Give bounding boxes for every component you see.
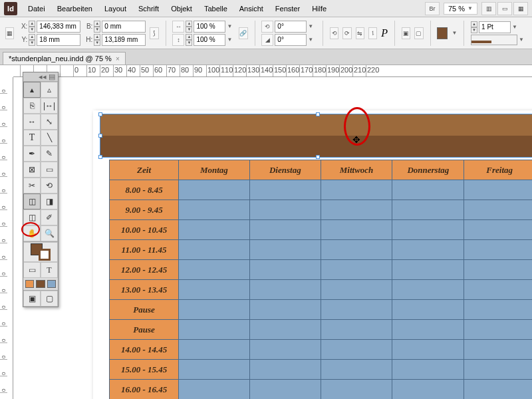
gradient-feather-tool[interactable]: ◨ bbox=[41, 194, 58, 209]
scissors-tool[interactable]: ✂ bbox=[23, 178, 41, 194]
rotate-cw-icon[interactable]: ⟳ bbox=[342, 27, 351, 39]
zoom-tool[interactable]: 🔍 bbox=[41, 225, 58, 241]
time-row: 12.00 - 12.45 bbox=[110, 260, 179, 280]
swatch-3[interactable] bbox=[47, 280, 56, 288]
menu-objekt[interactable]: Objekt bbox=[166, 2, 198, 15]
app-logo: Id bbox=[4, 2, 17, 15]
apply-color-tool[interactable]: ▭ bbox=[23, 262, 41, 278]
eyedropper-tool[interactable]: ✐ bbox=[41, 209, 58, 225]
apply-to-text-tool[interactable]: T bbox=[41, 262, 58, 278]
handle-w[interactable] bbox=[98, 134, 102, 138]
close-tab-icon[interactable]: × bbox=[116, 55, 120, 63]
palette-header[interactable]: ◂◂▤ bbox=[23, 72, 58, 82]
arrange-icon[interactable]: ▦ bbox=[513, 2, 528, 15]
gradient-swatch-tool[interactable]: ◫ bbox=[23, 194, 41, 209]
menu-layout[interactable]: Layout bbox=[99, 2, 132, 15]
x-input[interactable]: 146,383 mm bbox=[37, 21, 80, 33]
view-mode-preview[interactable]: ▢ bbox=[41, 291, 58, 307]
h-label: H: bbox=[83, 36, 92, 43]
fill-stroke-swatch[interactable] bbox=[23, 242, 58, 262]
th-freitag: Freitag bbox=[464, 160, 532, 180]
free-transform-tool[interactable]: ⟲ bbox=[41, 178, 58, 194]
paragraph-mode-icon[interactable]: P bbox=[381, 27, 388, 39]
shear-input[interactable]: 0° bbox=[275, 34, 307, 46]
select-content-icon[interactable]: ▢ bbox=[414, 27, 423, 39]
zoom-level[interactable]: 75 %▼ bbox=[444, 3, 477, 15]
document-tabs: *stundenplan_neu.indd @ 75 % × bbox=[0, 49, 532, 65]
menu-ansicht[interactable]: Ansicht bbox=[234, 2, 269, 15]
link-scale-icon[interactable]: 🔗 bbox=[239, 27, 247, 39]
select-container-icon[interactable]: ▣ bbox=[402, 27, 410, 39]
horizontal-ruler: 0 1020 3040 5060 7080 90100 110120 13014… bbox=[13, 65, 532, 77]
pause-row: Pause bbox=[110, 320, 179, 340]
scale-y-input[interactable]: 100 % bbox=[194, 34, 225, 46]
pause-row: Pause bbox=[110, 300, 179, 320]
constrain-icon[interactable]: ⟆ bbox=[150, 27, 158, 39]
view-mode-icon[interactable]: ▥ bbox=[481, 2, 496, 15]
document-tab-label: *stundenplan_neu.indd @ 75 % bbox=[9, 55, 112, 63]
selection-box bbox=[100, 114, 532, 158]
y-input[interactable]: 18 mm bbox=[37, 34, 80, 46]
b-label: B: bbox=[83, 23, 92, 30]
th-dienstag: Dienstag bbox=[249, 160, 321, 180]
rect-frame-tool[interactable]: ⊠ bbox=[23, 162, 41, 178]
line-tool[interactable]: ╲ bbox=[41, 130, 58, 146]
pen-tool[interactable]: ✒ bbox=[23, 146, 41, 162]
w-input[interactable]: 0 mm bbox=[102, 21, 146, 33]
screen-mode-icon[interactable]: ▭ bbox=[497, 2, 512, 15]
time-row: 15.00 - 15.45 bbox=[110, 360, 179, 380]
page-tool[interactable]: ⎘ bbox=[23, 98, 41, 114]
y-label: Y: bbox=[18, 36, 27, 43]
time-row: 13.00 - 13.45 bbox=[110, 280, 179, 300]
time-row: 14.00 - 14.45 bbox=[110, 340, 179, 360]
content-collector-tool[interactable]: ↔ bbox=[23, 114, 41, 130]
th-mittwoch: Mittwoch bbox=[321, 160, 392, 180]
ref-point-icon[interactable]: ▦ bbox=[5, 27, 14, 39]
flip-h-icon[interactable]: ⇋ bbox=[356, 27, 364, 39]
h-input[interactable]: 13,189 mm bbox=[102, 34, 146, 46]
note-tool[interactable]: ◫ bbox=[23, 209, 41, 225]
handle-s[interactable] bbox=[316, 155, 320, 159]
menu-bar: Id Datei Bearbeiten Layout Schrift Objek… bbox=[0, 0, 532, 17]
stroke-weight-input[interactable]: 1 Pt bbox=[479, 21, 511, 33]
type-tool[interactable]: T bbox=[23, 130, 41, 146]
selection-tool[interactable]: ▴ bbox=[23, 82, 41, 98]
bridge-icon[interactable]: Br bbox=[425, 2, 440, 15]
flip-v-icon[interactable]: ⥍ bbox=[368, 27, 377, 39]
th-montag: Montag bbox=[179, 160, 250, 180]
hand-tool[interactable]: ✋ bbox=[23, 225, 41, 241]
direct-select-tool[interactable]: ▵ bbox=[41, 82, 58, 98]
rectangle-tool[interactable]: ▭ bbox=[41, 162, 58, 178]
swatch-2[interactable] bbox=[36, 280, 45, 288]
rotate-ccw-icon[interactable]: ⟲ bbox=[330, 27, 338, 39]
menu-bearbeiten[interactable]: Bearbeiten bbox=[52, 2, 98, 15]
time-row: 8.00 - 8.45 bbox=[110, 180, 179, 200]
menu-fenster[interactable]: Fenster bbox=[270, 2, 305, 15]
tools-palette[interactable]: ◂◂▤ ▴ ▵ ⎘ |↔| ↔ ⤡ T ╲ ✒ ✎ ⊠ ▭ ✂ ⟲ ◫ ◨ ◫ … bbox=[23, 72, 59, 307]
workspace[interactable]: ✥ Zeit Montag Dienstag Mittwoch Donnerst… bbox=[13, 77, 532, 399]
scale-x-icon: ↔ bbox=[172, 21, 184, 33]
timetable[interactable]: Zeit Montag Dienstag Mittwoch Donnerstag… bbox=[109, 160, 532, 399]
gap-tool[interactable]: |↔| bbox=[41, 98, 58, 114]
header-rectangle[interactable] bbox=[100, 114, 532, 158]
handle-n[interactable] bbox=[316, 112, 320, 116]
th-donnerstag: Donnerstag bbox=[392, 160, 464, 180]
scale-y-icon: ↕ bbox=[172, 34, 184, 46]
menu-tabelle[interactable]: Tabelle bbox=[199, 2, 233, 15]
swatch-1[interactable] bbox=[25, 280, 34, 288]
time-row: 10.00 - 10.45 bbox=[110, 220, 179, 240]
view-mode-normal[interactable]: ▣ bbox=[23, 291, 41, 307]
content-placer-tool[interactable]: ⤡ bbox=[41, 114, 58, 130]
menu-schrift[interactable]: Schrift bbox=[133, 2, 164, 15]
handle-sw[interactable] bbox=[98, 155, 102, 159]
rotate-input[interactable]: 0° bbox=[275, 21, 307, 33]
swatch-row bbox=[23, 278, 58, 290]
scale-x-input[interactable]: 100 % bbox=[194, 21, 225, 33]
menu-hilfe[interactable]: Hilfe bbox=[307, 2, 332, 15]
pencil-tool[interactable]: ✎ bbox=[41, 146, 58, 162]
fill-swatch[interactable] bbox=[437, 27, 448, 39]
handle-nw[interactable] bbox=[98, 112, 102, 116]
menu-datei[interactable]: Datei bbox=[23, 2, 51, 15]
document-tab[interactable]: *stundenplan_neu.indd @ 75 % × bbox=[3, 52, 126, 65]
vertical-ruler: 000 000 000 000 000 000 0 bbox=[0, 77, 13, 399]
